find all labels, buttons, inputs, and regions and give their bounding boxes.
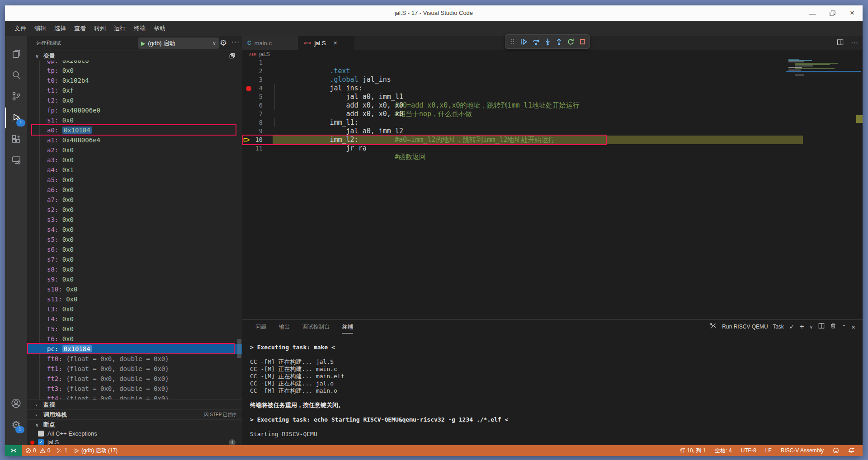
menu-item[interactable]: 文件 [10, 21, 30, 36]
panel-tab[interactable]: 输出 [279, 320, 290, 333]
breakpoint-item[interactable]: ✓ jal.S 4 [27, 438, 242, 445]
variable-row[interactable]: gp: 0x208c0 [27, 61, 242, 66]
run-debug-icon[interactable]: 1 [5, 108, 28, 128]
kill-terminal-icon[interactable] [830, 323, 836, 331]
gutter[interactable]: 4 [242, 84, 273, 93]
drag-handle-icon[interactable] [507, 36, 518, 47]
launch-config-dropdown[interactable]: ▶ (gdb) 启动 ∨ [138, 38, 219, 49]
debug-session-status[interactable]: (gdb) 启动 (17) [71, 445, 121, 456]
debug-settings-gear-icon[interactable]: ⚙ [220, 38, 227, 48]
terminal-output[interactable]: > Executing task: make < CC -[M] 正在构建...… [242, 333, 863, 445]
notifications-bell-icon[interactable] [844, 445, 858, 456]
feedback-icon[interactable] [829, 445, 843, 456]
problems-status[interactable]: 0 0 [22, 445, 53, 456]
variable-row[interactable]: ft0: {float = 0x0, double = 0x0} [27, 354, 242, 364]
panel-tab[interactable]: 问题 [255, 320, 266, 333]
variable-row[interactable]: ft1: {float = 0x0, double = 0x0} [27, 364, 242, 374]
gutter[interactable]: 5 [242, 93, 273, 101]
continue-button[interactable] [519, 36, 530, 47]
gutter[interactable]: 6 [242, 101, 273, 110]
terminal-dropdown-icon[interactable]: ∨ [810, 324, 813, 329]
breakpoint-item[interactable]: All C++ Exceptions [27, 430, 242, 438]
variable-row[interactable]: fp: 0x408006e0 [27, 105, 242, 115]
variable-row[interactable]: t6: 0x0 [27, 334, 242, 344]
stop-button[interactable] [577, 36, 588, 47]
menu-item[interactable]: 帮助 [150, 21, 170, 36]
checkbox-unchecked[interactable] [38, 431, 44, 437]
split-terminal-icon[interactable] [818, 323, 825, 331]
language-mode[interactable]: RISC-V Assembly [777, 445, 827, 456]
variable-row[interactable]: s5: 0x0 [27, 235, 242, 244]
variable-row[interactable]: pc: 0x10184 [27, 344, 242, 354]
variable-row[interactable]: t1: 0xf [27, 85, 242, 95]
variable-row[interactable]: s3: 0x0 [27, 215, 242, 225]
extensions-icon[interactable] [5, 129, 27, 150]
step-into-button[interactable] [542, 36, 553, 47]
account-icon[interactable] [5, 393, 27, 413]
gutter[interactable]: 3 [242, 75, 273, 84]
variable-row[interactable]: a1: 0x408006e4 [27, 135, 242, 145]
variable-row[interactable]: a4: 0x1 [27, 165, 242, 175]
menu-item[interactable]: 终端 [130, 21, 150, 36]
more-actions-icon[interactable]: ··· [231, 38, 240, 45]
variable-row[interactable]: t0: 0x102b4 [27, 75, 242, 85]
variable-row[interactable]: a5: 0x0 [27, 175, 242, 185]
close-panel-icon[interactable]: × [851, 323, 855, 331]
breadcrumb[interactable]: ASM jal.S [242, 50, 863, 58]
start-debug-icon[interactable]: ▶ [141, 40, 145, 47]
variable-row[interactable]: s1: 0x0 [27, 115, 242, 125]
variable-row[interactable]: t4: 0x0 [27, 314, 242, 324]
variable-row[interactable]: s10: 0x0 [27, 284, 242, 294]
encoding[interactable]: UTF-8 [737, 445, 760, 456]
menu-item[interactable]: 转到 [90, 21, 110, 36]
more-actions-icon[interactable]: ··· [851, 39, 858, 47]
code-line[interactable]: 1 .text [242, 58, 863, 67]
menu-item[interactable]: 运行 [110, 21, 130, 36]
watch-section-header[interactable]: › 监视 [27, 399, 242, 410]
menu-item[interactable]: 编辑 [30, 21, 50, 36]
restore-button[interactable] [828, 9, 836, 17]
gutter[interactable]: 8 [242, 118, 273, 127]
search-icon[interactable] [5, 65, 27, 85]
minimap[interactable] [788, 59, 854, 80]
variable-row[interactable]: s8: 0x0 [27, 264, 242, 274]
editor-tab[interactable]: C main.c [242, 36, 298, 50]
close-tab-icon[interactable]: × [334, 39, 337, 47]
maximize-panel-icon[interactable]: ⌃ [842, 324, 846, 330]
breakpoints-section-header[interactable]: ∨ 断点 [27, 419, 242, 430]
sidebar-scrollbar[interactable] [237, 339, 241, 358]
eol-sequence[interactable]: LF [762, 445, 775, 456]
panel-tab[interactable]: 调试控制台 [302, 320, 330, 333]
variable-row[interactable]: t3: 0x0 [27, 304, 242, 314]
step-out-button[interactable] [554, 36, 565, 47]
new-terminal-icon[interactable]: + [800, 322, 804, 331]
variable-row[interactable]: ft3: {float = 0x0, double = 0x0} [27, 384, 242, 394]
variable-row[interactable]: s11: 0x0 [27, 294, 242, 304]
variable-row[interactable]: a6: 0x0 [27, 185, 242, 195]
gutter[interactable]: 7 [242, 110, 273, 118]
step-over-button[interactable] [530, 36, 541, 47]
restart-button[interactable] [566, 36, 576, 47]
gutter[interactable]: 11 [242, 144, 273, 153]
explorer-icon[interactable] [5, 43, 27, 64]
variable-row[interactable]: s4: 0x0 [27, 225, 242, 235]
close-button[interactable]: × [848, 9, 856, 17]
cursor-position[interactable]: 行 10, 列 1 [676, 445, 709, 456]
checkbox-checked[interactable]: ✓ [38, 439, 44, 445]
variable-row[interactable]: a3: 0x0 [27, 155, 242, 165]
code-editor[interactable]: 1 .text 2 [242, 58, 863, 320]
minimize-button[interactable]: — [808, 9, 816, 17]
variable-row[interactable]: s6: 0x0 [27, 244, 242, 254]
gutter[interactable]: 2 [242, 67, 273, 75]
tasks-status[interactable]: 1 [53, 445, 71, 456]
variable-row[interactable]: ft4: {float = 0x0, double = 0x0} [27, 394, 242, 399]
split-editor-icon[interactable] [837, 39, 844, 47]
breakpoint-icon[interactable] [246, 86, 251, 91]
variables-section-header[interactable]: ∨ 变量 [27, 51, 242, 61]
remote-indicator[interactable] [5, 445, 22, 456]
menu-item[interactable]: 选择 [50, 21, 70, 36]
gutter[interactable]: 1 [242, 58, 273, 67]
variable-row[interactable]: s2: 0x0 [27, 205, 242, 215]
source-control-icon[interactable] [5, 86, 27, 107]
callstack-section-header[interactable]: › 调用堆栈 因 STEP 已暂停 [27, 409, 242, 420]
